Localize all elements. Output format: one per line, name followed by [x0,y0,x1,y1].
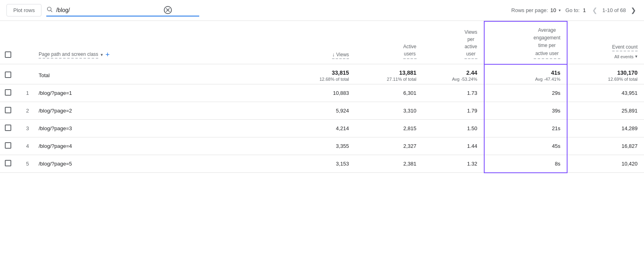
rows-per-page-dropdown-icon[interactable]: ▾ [559,8,561,12]
row-checkbox[interactable] [5,107,11,113]
clear-search-button[interactable] [164,6,172,14]
row-views: 3,355 [288,137,355,155]
row-page-path: /blog/?page=4 [32,137,288,155]
svg-line-1 [51,10,52,12]
row-number: 1 [16,84,32,102]
add-dimension-button[interactable]: + [105,51,110,59]
row-event-count: 10,420 [567,155,644,173]
search-container [46,4,199,16]
event-count-dropdown-icon[interactable]: ▾ [635,54,638,59]
page-path-dropdown-icon[interactable]: ▾ [101,52,103,57]
total-row-checkbox[interactable] [5,72,11,78]
row-active-users: 6,301 [355,84,423,102]
row-event-count: 14,289 [567,119,644,137]
active-users-header: Activeusers [355,21,423,64]
row-page-path: /blog/?page=1 [32,84,288,102]
pagination-text: 1-10 of 68 [602,7,626,13]
total-event-count: 130,170 12.69% of total [567,64,644,84]
row-views-per-active: 1.73 [423,84,484,102]
row-active-users: 2,327 [355,137,423,155]
row-views: 4,214 [288,119,355,137]
table-row: 2 /blog/?page=2 5,924 3,310 1.79 39s 25,… [0,102,644,119]
row-views-per-active: 1.50 [423,119,484,137]
row-event-count: 25,891 [567,102,644,119]
row-active-users: 2,381 [355,155,423,173]
search-input[interactable] [56,7,161,13]
rows-per-page-control: Rows per page: 10 ▾ [511,7,561,13]
row-avg-engagement: 8s [484,155,568,173]
row-number: 3 [16,119,32,137]
event-count-label: Event count [612,44,638,51]
page-path-header: Page path and screen class ▾ + [32,21,288,64]
total-avg-engagement: 41s Avg -47.41% [484,64,568,84]
row-views: 10,883 [288,84,355,102]
row-active-users: 2,815 [355,119,423,137]
row-avg-engagement: 21s [484,119,568,137]
page-path-label: Page path and screen class [39,51,98,59]
total-label: Total [32,64,288,84]
row-event-count: 43,951 [567,84,644,102]
goto-label: Go to: [566,7,580,13]
row-checkbox[interactable] [5,142,11,149]
row-checkbox[interactable] [5,125,11,131]
row-number: 4 [16,137,32,155]
total-views-per-active: 2.44 Avg -53.24% [423,64,484,84]
rows-per-page-label: Rows per page: [511,7,548,13]
event-count-sub: All events ▾ [574,54,638,59]
event-count-header: Event count All events ▾ [567,21,644,64]
table-row: 5 /blog/?page=5 3,153 2,381 1.32 8s 10,4… [0,155,644,173]
row-checkbox[interactable] [5,160,11,166]
row-number: 2 [16,102,32,119]
row-number-header [16,21,32,64]
row-checkbox[interactable] [5,89,11,96]
row-views: 3,153 [288,155,355,173]
total-active-users: 13,881 27.11% of total [355,64,423,84]
views-per-active-header: Viewsperactiveuser [423,21,484,64]
views-header: ↓ Views [288,21,355,64]
plot-rows-button[interactable]: Plot rows [6,4,41,16]
table-row: 1 /blog/?page=1 10,883 6,301 1.73 29s 43… [0,84,644,102]
pagination: ❮ 1-10 of 68 ❯ [590,6,638,15]
table-row: 3 /blog/?page=3 4,214 2,815 1.50 21s 14,… [0,119,644,137]
total-views: 33,815 12.68% of total [288,64,355,84]
row-avg-engagement: 29s [484,84,568,102]
row-avg-engagement: 45s [484,137,568,155]
goto-value: 1 [583,7,586,13]
row-avg-engagement: 39s [484,102,568,119]
row-views-per-active: 1.79 [423,102,484,119]
data-table: Page path and screen class ▾ + ↓ Views A… [0,21,644,173]
row-page-path: /blog/?page=5 [32,155,288,173]
search-icon [46,6,53,14]
sort-desc-icon: ↓ [332,51,336,57]
row-views-per-active: 1.32 [423,155,484,173]
toolbar: Plot rows Rows per page: 10 ▾ Go to: 1 ❮… [0,0,644,21]
row-views-per-active: 1.44 [423,137,484,155]
row-views: 5,924 [288,102,355,119]
total-row: Total 33,815 12.68% of total 13,881 27.1… [0,64,644,84]
prev-page-button[interactable]: ❮ [590,6,599,15]
row-page-path: /blog/?page=3 [32,119,288,137]
avg-engagement-header: Averageengagementtime peractive user [484,21,568,64]
row-page-path: /blog/?page=2 [32,102,288,119]
select-all-header [0,21,16,64]
select-all-checkbox[interactable] [5,51,11,58]
svg-point-0 [47,7,51,10]
rows-per-page-value: 10 [550,7,556,13]
next-page-button[interactable]: ❯ [629,6,638,15]
goto-control: Go to: 1 [566,7,586,13]
row-number: 5 [16,155,32,173]
row-active-users: 3,310 [355,102,423,119]
row-event-count: 16,827 [567,137,644,155]
table-row: 4 /blog/?page=4 3,355 2,327 1.44 45s 16,… [0,137,644,155]
